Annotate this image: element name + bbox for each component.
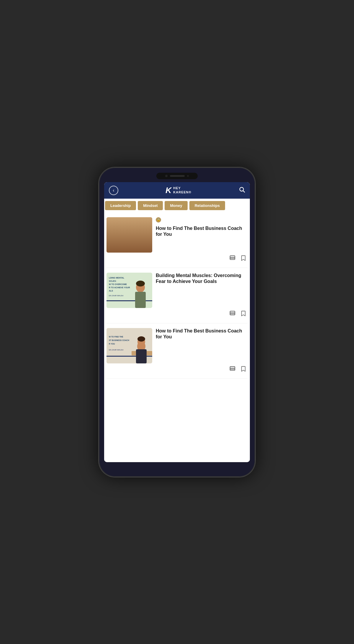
svg-point-5 bbox=[116, 239, 142, 253]
phone-screen: ‹ K HEY KAREEN® Leadership Mindset Money bbox=[104, 182, 250, 462]
svg-line-10 bbox=[120, 240, 124, 245]
svg-text:LDING MENTAL: LDING MENTAL bbox=[109, 277, 124, 279]
camera-dot bbox=[165, 175, 168, 177]
svg-text:W TO OVERCOME: W TO OVERCOME bbox=[109, 283, 127, 285]
bookmark-icon-3[interactable] bbox=[240, 366, 246, 374]
svg-rect-4 bbox=[127, 219, 139, 228]
article-row-3: W TO FIND THE ST BUSINESS COACH R YOU EN… bbox=[106, 328, 248, 363]
svg-rect-26 bbox=[230, 311, 235, 315]
svg-text:R YOU: R YOU bbox=[109, 343, 115, 345]
article-info-2: Building Mental Muscles: Overcoming Fear… bbox=[156, 273, 248, 285]
bookmark-icon-1[interactable] bbox=[240, 255, 246, 263]
svg-line-8 bbox=[135, 233, 140, 239]
svg-text:EN ZAHR WALSH: EN ZAHR WALSH bbox=[109, 349, 123, 351]
svg-text:ST BUSINESS COACH: ST BUSINESS COACH bbox=[109, 339, 129, 341]
search-button[interactable] bbox=[239, 186, 245, 194]
svg-rect-9 bbox=[138, 231, 142, 238]
article-thumbnail-2[interactable]: LDING MENTAL SCLES: W TO OVERCOME R TO A… bbox=[106, 273, 152, 308]
article-item-3: W TO FIND THE ST BUSINESS COACH R YOU EN… bbox=[106, 323, 248, 379]
svg-point-25 bbox=[136, 281, 145, 286]
comment-icon-3[interactable] bbox=[229, 366, 236, 374]
logo-text-group: HEY KAREEN® bbox=[173, 186, 191, 194]
article-info-3: How to Find The Best Business Coach for … bbox=[156, 328, 248, 340]
logo-line2: KAREEN® bbox=[173, 190, 191, 194]
svg-rect-37 bbox=[136, 349, 147, 363]
comment-icon-1[interactable] bbox=[229, 255, 236, 263]
article-item: 🔒 How to Find The Best Business Coach fo… bbox=[106, 213, 248, 268]
article-title-1[interactable]: How to Find The Best Business Coach for … bbox=[156, 225, 248, 238]
logo: K HEY KAREEN® bbox=[165, 186, 191, 195]
svg-text:ALS: ALS bbox=[109, 290, 113, 292]
article-info-1: 🔒 How to Find The Best Business Coach fo… bbox=[156, 217, 248, 238]
svg-text:SCLES:: SCLES: bbox=[109, 280, 117, 282]
svg-text:R TO ACHIEVE YOUR: R TO ACHIEVE YOUR bbox=[109, 286, 130, 289]
svg-rect-3 bbox=[108, 219, 126, 233]
article-row: 🔒 How to Find The Best Business Coach fo… bbox=[106, 217, 248, 253]
tab-money[interactable]: Money bbox=[165, 201, 187, 210]
svg-rect-24 bbox=[135, 292, 146, 308]
svg-point-39 bbox=[137, 336, 145, 342]
svg-point-7 bbox=[123, 225, 136, 233]
svg-text:EN ZAHR WALSH: EN ZAHR WALSH bbox=[109, 295, 123, 297]
category-tabs: Leadership Mindset Money Relationships bbox=[104, 199, 250, 213]
article-actions-3 bbox=[106, 363, 248, 374]
tab-mindset[interactable]: Mindset bbox=[138, 201, 163, 210]
back-button[interactable]: ‹ bbox=[109, 186, 118, 195]
phone-camera-area bbox=[156, 173, 198, 179]
logo-k: K bbox=[165, 186, 171, 195]
article-thumbnail-3[interactable]: W TO FIND THE ST BUSINESS COACH R YOU EN… bbox=[106, 328, 152, 363]
lock-icon: 🔒 bbox=[157, 218, 160, 221]
article-badge-1: 🔒 bbox=[156, 217, 248, 224]
article-actions-1 bbox=[106, 253, 248, 263]
phone-frame: ‹ K HEY KAREEN® Leadership Mindset Money bbox=[99, 167, 255, 477]
logo-line1: HEY bbox=[173, 186, 191, 190]
tab-relationships[interactable]: Relationships bbox=[189, 201, 225, 210]
content-area: 🔒 How to Find The Best Business Coach fo… bbox=[104, 213, 250, 462]
category-badge: 🔒 bbox=[156, 217, 161, 223]
article-actions-2 bbox=[106, 308, 248, 318]
app-header: ‹ K HEY KAREEN® bbox=[104, 182, 250, 199]
back-icon: ‹ bbox=[113, 188, 114, 193]
svg-text:W TO FIND THE: W TO FIND THE bbox=[109, 336, 123, 338]
article-title-2[interactable]: Building Mental Muscles: Overcoming Fear… bbox=[156, 273, 248, 285]
article-title-3[interactable]: How to Find The Best Business Coach for … bbox=[156, 328, 248, 340]
svg-line-1 bbox=[243, 191, 245, 192]
svg-point-6 bbox=[123, 226, 136, 241]
tab-leadership[interactable]: Leadership bbox=[105, 201, 136, 210]
comment-icon-2[interactable] bbox=[229, 310, 236, 318]
article-thumbnail-1[interactable] bbox=[106, 217, 152, 253]
svg-rect-2 bbox=[106, 217, 152, 253]
speaker bbox=[170, 175, 185, 177]
article-item-2: LDING MENTAL SCLES: W TO OVERCOME R TO A… bbox=[106, 268, 248, 323]
bookmark-icon-2[interactable] bbox=[240, 310, 246, 318]
svg-rect-40 bbox=[230, 366, 235, 370]
camera-dot2 bbox=[187, 175, 189, 177]
article-row-2: LDING MENTAL SCLES: W TO OVERCOME R TO A… bbox=[106, 273, 248, 308]
svg-point-11 bbox=[118, 244, 121, 247]
